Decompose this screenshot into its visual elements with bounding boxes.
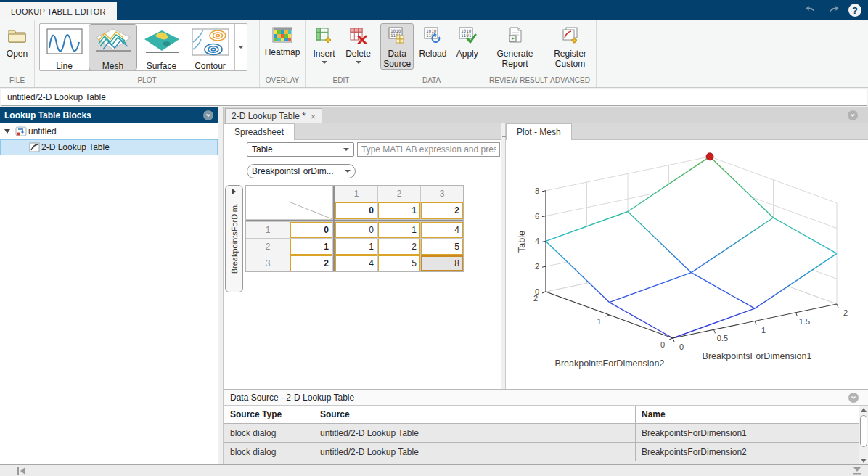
data-source-panel: Data Source - 2-D Lookup Table Source Ty… (224, 389, 868, 464)
generate-report-button[interactable]: Generate Report (492, 23, 539, 70)
delete-button[interactable]: Delete (343, 23, 374, 65)
grid-col-breakpoint-cell[interactable]: 2 (421, 202, 463, 219)
tab-plot-mesh[interactable]: Plot - Mesh (506, 123, 572, 140)
apply-button[interactable]: 10101101 Apply (452, 23, 483, 60)
svg-text:4: 4 (535, 237, 539, 245)
document-tab-2d-lookup-table[interactable]: 2-D Lookup Table * × (225, 108, 322, 123)
selected-point-marker (706, 153, 713, 160)
data-source-button[interactable]: 10101101 Data Source (380, 23, 414, 70)
tree-item-label: 2-D Lookup Table (41, 142, 110, 152)
sidebar-lookup-table-blocks: Lookup Table Blocks untitled 2- (0, 107, 218, 464)
ribbon-section-edit: Insert Delete EDIT (306, 20, 377, 87)
undo-icon[interactable] (804, 3, 819, 17)
data-source-column-header[interactable]: Name (636, 406, 859, 424)
grid-data-cell[interactable]: 4 (421, 222, 463, 238)
data-source-cell: BreakpointsForDimension2 (636, 443, 859, 461)
chevron-down-icon (345, 170, 351, 173)
ribbon-tab-lookup-table-editor[interactable]: LOOKUP TABLE EDITOR (0, 2, 117, 20)
register-custom-button[interactable]: Register Custom (549, 23, 592, 70)
grid-row-breakpoint-cell[interactable]: 0 (290, 222, 332, 238)
svg-text:BreakpointsForDimension1: BreakpointsForDimension1 (703, 351, 812, 361)
data-source-cell: block dialog (224, 443, 314, 461)
grid-data-cell[interactable]: 5 (378, 255, 420, 271)
redo-icon[interactable] (826, 3, 840, 17)
svg-text:1: 1 (761, 326, 766, 335)
grid-row-header[interactable]: 3 (246, 255, 290, 271)
grid-data-cell[interactable]: 4 (335, 255, 377, 271)
gallery-dropdown-button[interactable] (234, 24, 247, 70)
panel-collapse-icon[interactable] (848, 110, 858, 120)
collapse-bottom-panel-icon[interactable] (852, 467, 862, 476)
svg-text:1.5: 1.5 (799, 317, 810, 326)
model-icon (14, 126, 28, 136)
data-source-scrollbar[interactable] (859, 406, 868, 465)
scroll-up-icon[interactable] (859, 406, 868, 414)
grid-row-header[interactable]: 1 (246, 222, 290, 238)
grid-row-breakpoint-cell[interactable]: 1 (290, 239, 332, 255)
grid-col-header[interactable]: 3 (421, 186, 463, 202)
status-bar (0, 464, 868, 476)
data-source-column-header[interactable]: Source (314, 406, 636, 424)
ribbon-section-plot: Line Mesh Surface (35, 20, 260, 87)
data-source-cell: block dialog (224, 424, 314, 443)
sidebar-splitter[interactable] (218, 107, 224, 464)
grid-col-header[interactable]: 2 (378, 186, 420, 202)
data-source-header-row: Source TypeSourceName (224, 406, 859, 424)
scrollbar-thumb[interactable] (860, 415, 867, 447)
data-source-row[interactable]: block dialoguntitled/2-D Lookup TableBre… (224, 424, 859, 443)
matlab-expression-input[interactable] (357, 142, 500, 157)
section-label-file: FILE (0, 75, 34, 87)
svg-text:1101: 1101 (461, 33, 472, 38)
grid-row-header[interactable]: 2 (246, 239, 290, 255)
grid-col-header[interactable]: 1 (335, 186, 377, 202)
grid-col-breakpoint-cell[interactable]: 1 (378, 202, 420, 219)
grid-col-breakpoint-cell[interactable]: 0 (335, 202, 377, 219)
grid-data-cell[interactable]: 8 (421, 255, 463, 271)
grid-row-breakpoint-cell[interactable]: 2 (290, 255, 332, 271)
spreadsheet-panel: Spreadsheet Table BreakpointsForDim... (224, 123, 501, 389)
open-button[interactable]: Open (3, 23, 31, 60)
tab-spreadsheet[interactable]: Spreadsheet (224, 123, 295, 140)
block-path-input[interactable] (1, 89, 867, 106)
tree-item-2d-lookup-table[interactable]: 2-D Lookup Table (0, 139, 218, 155)
plot-type-mesh[interactable]: Mesh (89, 24, 137, 70)
help-icon[interactable]: ? (848, 3, 862, 17)
table-selector-dropdown[interactable]: Table (247, 142, 354, 157)
collapse-left-panel-icon[interactable] (16, 467, 26, 476)
svg-text:8: 8 (535, 186, 539, 195)
close-tab-icon[interactable]: × (311, 112, 316, 121)
heatmap-icon (272, 27, 292, 45)
breakpoints-selector-dropdown[interactable]: BreakpointsForDim... (247, 164, 356, 178)
insert-button[interactable]: Insert (308, 23, 340, 65)
section-label-plot: PLOT (35, 75, 259, 87)
data-source-column-header[interactable]: Source Type (224, 406, 314, 424)
data-source-row[interactable]: block dialoguntitled/2-D Lookup TableBre… (224, 443, 859, 461)
svg-text:6: 6 (535, 212, 539, 221)
reload-button[interactable]: 10101101 Reload (416, 23, 449, 60)
data-source-icon: 10101101 (388, 27, 406, 46)
section-label-overlay: OVERLAY (260, 75, 305, 87)
plot-type-surface[interactable]: Surface (137, 24, 186, 70)
grid-data-cell[interactable]: 1 (335, 239, 377, 255)
tree-expander-icon[interactable] (1, 129, 14, 134)
chevron-down-icon (322, 61, 327, 64)
tree-item-untitled[interactable]: untitled (0, 123, 218, 139)
data-source-cell: untitled/2-D Lookup Table (314, 443, 636, 461)
grid-data-cell[interactable]: 0 (335, 222, 377, 238)
section-label-review-result: REVIEW RESULT (486, 75, 544, 87)
grid-data-cell[interactable]: 5 (421, 239, 463, 255)
lookup-table-editor-window: LOOKUP TABLE EDITOR ? Open (0, 0, 868, 476)
chevron-down-icon (238, 46, 244, 49)
sidebar-collapse-icon[interactable] (203, 110, 213, 120)
grid-data-cell[interactable]: 1 (378, 222, 420, 238)
breakpoints-collapsed-strip[interactable]: BreakpointsForDim... (225, 185, 243, 292)
ribbon-section-file: Open FILE (0, 20, 35, 87)
plot-type-contour[interactable]: Contour (186, 24, 234, 70)
data-source-collapse-icon[interactable] (848, 393, 859, 403)
panel-splitter[interactable] (501, 123, 506, 389)
mesh-plot[interactable]: 0246800.511.52012BreakpointsForDimension… (506, 140, 868, 389)
svg-text:?: ? (852, 5, 858, 16)
heatmap-button[interactable]: Heatmap (263, 23, 302, 58)
grid-data-cell[interactable]: 2 (378, 239, 420, 255)
plot-type-line[interactable]: Line (40, 24, 89, 70)
